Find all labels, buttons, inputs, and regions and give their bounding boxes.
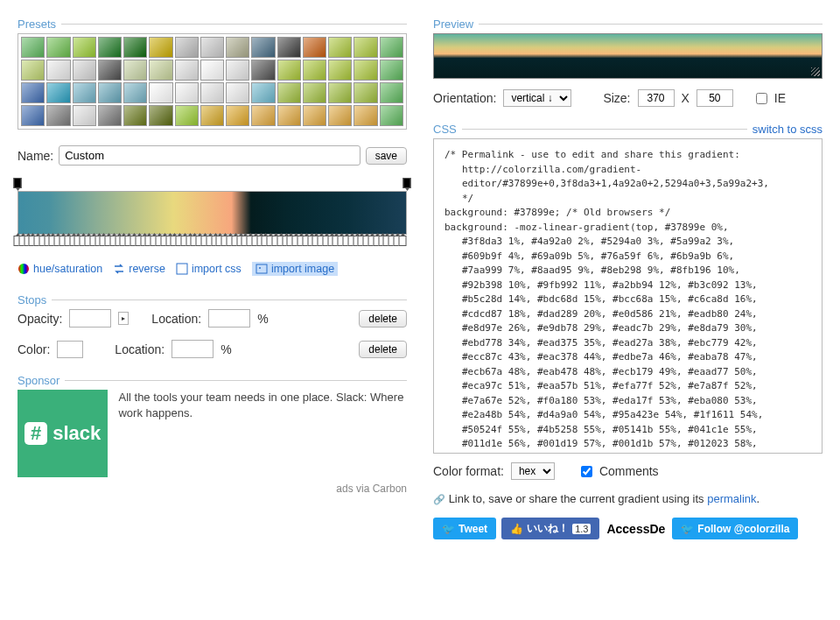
svg-rect-2 — [256, 264, 267, 273]
preset-swatch[interactable] — [380, 82, 403, 103]
preset-swatch[interactable] — [328, 60, 352, 81]
preset-swatch[interactable] — [149, 105, 172, 126]
preset-swatch[interactable] — [21, 105, 45, 126]
preset-swatch[interactable] — [175, 105, 199, 126]
preset-swatch[interactable] — [200, 37, 224, 58]
preset-swatch[interactable] — [380, 105, 403, 126]
preset-swatch[interactable] — [175, 82, 199, 103]
ads-via-link[interactable]: ads via Carbon — [18, 483, 407, 495]
permalink[interactable]: permalink — [707, 492, 756, 505]
preset-swatch[interactable] — [226, 60, 249, 81]
size-height-input[interactable] — [696, 89, 733, 107]
preset-swatch[interactable] — [149, 60, 172, 81]
gradient-bar[interactable] — [18, 191, 407, 235]
preset-swatch[interactable] — [73, 105, 96, 126]
preset-swatch[interactable] — [328, 37, 352, 58]
orientation-select[interactable]: vertical ↓ — [503, 89, 571, 107]
preset-swatch[interactable] — [21, 37, 45, 58]
preset-swatch[interactable] — [73, 60, 96, 81]
preset-swatch[interactable] — [175, 60, 199, 81]
preset-swatch[interactable] — [98, 82, 122, 103]
preset-swatch[interactable] — [303, 60, 326, 81]
preset-swatch[interactable] — [277, 105, 301, 126]
preview-box[interactable] — [433, 33, 822, 79]
like-button[interactable]: 👍 いいね！ 1.3 — [501, 518, 599, 539]
preset-swatch[interactable] — [226, 82, 249, 103]
importcss-label: import css — [192, 263, 242, 275]
delete-opacity-button[interactable]: delete — [359, 310, 407, 328]
huesat-tool[interactable]: hue/saturation — [18, 262, 102, 276]
preset-swatch[interactable] — [123, 82, 147, 103]
reverse-tool[interactable]: reverse — [113, 262, 165, 276]
css-output[interactable]: /* Permalink - use to edit and share thi… — [433, 138, 822, 454]
opacity-stop-handle[interactable] — [14, 178, 22, 188]
preset-swatch[interactable] — [328, 105, 352, 126]
preset-swatch[interactable] — [277, 37, 301, 58]
preset-swatch[interactable] — [46, 60, 70, 81]
preset-swatch[interactable] — [200, 60, 224, 81]
preset-swatch[interactable] — [277, 82, 301, 103]
ie-checkbox[interactable] — [756, 93, 767, 104]
preset-swatch[interactable] — [46, 105, 70, 126]
preset-swatch[interactable] — [251, 82, 275, 103]
color-swatch-input[interactable] — [57, 341, 83, 358]
opacity-input[interactable] — [69, 309, 111, 328]
preset-swatch[interactable] — [98, 37, 122, 58]
preset-swatch[interactable] — [303, 105, 326, 126]
preset-swatch[interactable] — [380, 60, 403, 81]
opacity-stop-handle[interactable] — [403, 178, 411, 188]
editor-tools: hue/saturation reverse import css — [18, 262, 407, 276]
preset-swatch[interactable] — [200, 105, 224, 126]
preset-swatch[interactable] — [354, 37, 377, 58]
preset-swatch[interactable] — [200, 82, 224, 103]
sponsor-title: Sponsor — [18, 374, 65, 387]
preset-swatch[interactable] — [354, 105, 377, 126]
preset-swatch[interactable] — [251, 60, 275, 81]
preset-swatch[interactable] — [98, 105, 122, 126]
opacity-location-input[interactable] — [208, 309, 250, 328]
preset-swatch[interactable] — [277, 60, 301, 81]
importcss-tool[interactable]: import css — [176, 262, 242, 276]
preset-swatch[interactable] — [354, 82, 377, 103]
preset-swatch[interactable] — [21, 60, 45, 81]
preset-swatch[interactable] — [380, 37, 403, 58]
preset-swatch[interactable] — [123, 60, 147, 81]
sponsor-ad[interactable]: # slack All the tools your team needs in… — [18, 390, 407, 477]
preset-swatch[interactable] — [251, 37, 275, 58]
switch-scss-link[interactable]: switch to scss — [747, 123, 822, 136]
save-button[interactable]: save — [366, 147, 407, 165]
preset-swatch[interactable] — [123, 105, 147, 126]
comments-checkbox[interactable] — [581, 466, 592, 477]
preset-swatch[interactable] — [73, 37, 96, 58]
location-label: Location: — [151, 312, 201, 326]
css-icon — [176, 263, 188, 275]
preset-swatch[interactable] — [226, 105, 249, 126]
preset-swatch[interactable] — [98, 60, 122, 81]
preset-swatch[interactable] — [328, 82, 352, 103]
svg-point-0 — [18, 264, 29, 274]
preset-swatch[interactable] — [303, 82, 326, 103]
permalink-row: 🔗 Link to, save or share the current gra… — [433, 492, 822, 505]
preset-swatch[interactable] — [175, 37, 199, 58]
preset-swatch[interactable] — [149, 82, 172, 103]
opacity-stepper-icon[interactable]: ▸ — [118, 312, 129, 325]
preset-swatch[interactable] — [354, 60, 377, 81]
preset-swatch[interactable] — [21, 82, 45, 103]
name-input[interactable] — [59, 145, 360, 166]
tweet-button[interactable]: 🐦 Tweet — [433, 518, 496, 539]
preset-swatch[interactable] — [251, 105, 275, 126]
preset-swatch[interactable] — [46, 82, 70, 103]
format-select[interactable]: hex — [511, 462, 555, 480]
preset-swatch[interactable] — [73, 82, 96, 103]
preset-swatch[interactable] — [46, 37, 70, 58]
color-location-input[interactable] — [172, 340, 214, 358]
preset-swatch[interactable] — [123, 37, 147, 58]
preset-swatch[interactable] — [226, 37, 249, 58]
color-stop-handle[interactable] — [398, 236, 406, 246]
follow-button[interactable]: 🐦 Follow @colorzilla — [672, 518, 798, 539]
size-width-input[interactable] — [638, 89, 675, 107]
delete-color-button[interactable]: delete — [359, 341, 407, 358]
preset-swatch[interactable] — [303, 37, 326, 58]
preset-swatch[interactable] — [149, 37, 172, 58]
importimg-tool[interactable]: import image — [252, 262, 338, 276]
